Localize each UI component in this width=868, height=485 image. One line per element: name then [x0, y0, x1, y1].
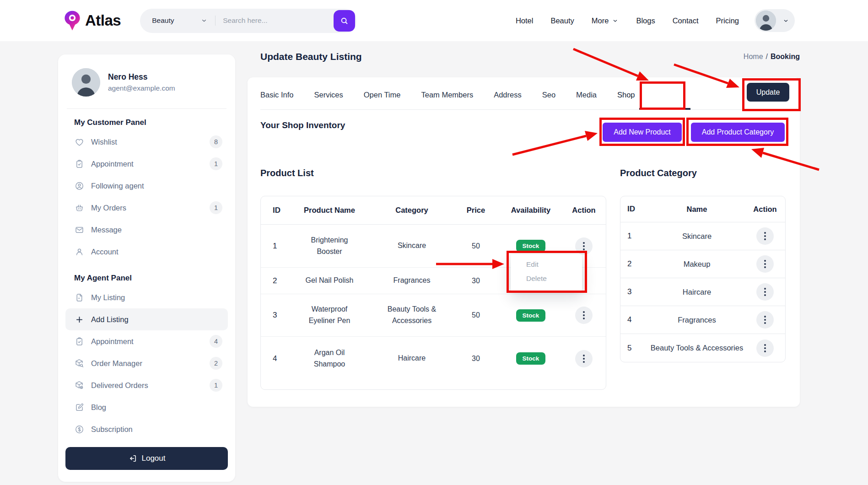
- sidebar-item-subscription[interactable]: Subscription: [65, 418, 228, 440]
- main-title-row: Update Beauty Listing Home/Booking: [260, 51, 800, 62]
- cell-price: 50: [453, 311, 499, 319]
- table-row-category-2: 2Makeup: [620, 250, 785, 278]
- breadcrumb-home[interactable]: Home: [744, 53, 763, 60]
- brand-name: Atlas: [85, 12, 121, 29]
- sidebar-item-following-agent[interactable]: Following agent: [65, 175, 228, 197]
- cell-action: [746, 227, 784, 245]
- update-button[interactable]: Update: [747, 83, 789, 102]
- sidebar-item-my-orders[interactable]: My Orders1: [65, 197, 228, 219]
- sidebar-item-label: My Listing: [91, 293, 125, 302]
- row-actions-button[interactable]: [756, 311, 774, 329]
- search-category-value: Beauty: [152, 16, 174, 25]
- product-category-title: Product Category: [620, 168, 697, 178]
- search-divider: [215, 16, 216, 26]
- row-actions-button[interactable]: [575, 307, 593, 324]
- nav-link-label: Beauty: [550, 16, 574, 25]
- chevron-down-icon: [200, 17, 208, 24]
- sidebar-item-message[interactable]: Message: [65, 219, 228, 241]
- envelope-icon: [74, 225, 84, 235]
- product-list-title: Product List: [260, 168, 314, 178]
- context-menu-item-edit[interactable]: Edit: [526, 260, 582, 269]
- user-icon: [74, 247, 84, 257]
- sidebar: Nero Hess agent@example.com My Customer …: [58, 54, 235, 482]
- product-name-text: Argan Oil Shampoo: [300, 347, 359, 370]
- cell-category-name: Makeup: [648, 260, 746, 269]
- search-category-select[interactable]: Beauty: [140, 16, 215, 25]
- nav-link-label: Blogs: [636, 16, 655, 25]
- nav-link-hotel[interactable]: Hotel: [516, 16, 534, 25]
- sidebar-item-label: Appointment: [91, 337, 134, 346]
- row-actions-button[interactable]: [756, 340, 774, 357]
- sidebar-item-wishlist[interactable]: Wishlist8: [65, 131, 228, 153]
- tab-shop[interactable]: Shop: [617, 91, 635, 99]
- sidebar-item-label: Message: [91, 226, 122, 234]
- add-new-product-button[interactable]: Add New Product: [603, 123, 682, 142]
- tab-seo[interactable]: Seo: [542, 91, 555, 99]
- cell-category-name: Skincare: [648, 232, 746, 241]
- logout-button[interactable]: Logout: [65, 447, 228, 470]
- cell-product-name: Gel Nail Polish: [288, 275, 371, 286]
- tab-team-members[interactable]: Team Members: [421, 91, 473, 99]
- sidebar-item-account[interactable]: Account: [65, 241, 228, 263]
- nav-link-more[interactable]: More: [592, 16, 619, 25]
- sidebar-item-order-manager[interactable]: Order Manager2: [65, 352, 228, 374]
- row-actions-button[interactable]: [575, 350, 593, 367]
- tab-open-time[interactable]: Open Time: [364, 91, 401, 99]
- breadcrumb-current: Booking: [771, 53, 800, 60]
- product-name-text: Waterproof Eyeliner Pen: [300, 304, 359, 327]
- sidebar-item-label: Delivered Orders: [91, 381, 148, 390]
- search-button[interactable]: [334, 10, 355, 32]
- count-badge: 2: [210, 357, 222, 370]
- cell-action: [563, 350, 605, 367]
- tab-basic-info[interactable]: Basic Info: [260, 91, 293, 99]
- document-icon: [74, 293, 84, 302]
- avatar: [756, 11, 776, 31]
- sidebar-item-label: Wishlist: [91, 138, 117, 146]
- cell-category: Fragrances: [371, 275, 453, 286]
- cell-category-name: Beauty Tools & Accessories: [648, 344, 746, 352]
- add-product-category-button[interactable]: Add Product Category: [691, 123, 785, 142]
- tab-services[interactable]: Services: [314, 91, 343, 99]
- user-name: Nero Hess: [108, 72, 175, 82]
- product-name-text: Gel Nail Polish: [306, 275, 354, 286]
- sidebar-item-my-listing[interactable]: My Listing: [65, 286, 228, 308]
- cell-availability: Stock: [499, 309, 563, 322]
- nav-link-label: Contact: [673, 16, 699, 25]
- plus-icon: [74, 315, 84, 324]
- cell-id: 4: [620, 315, 648, 324]
- stock-badge: Stock: [516, 240, 546, 252]
- nav-link-beauty[interactable]: Beauty: [550, 16, 574, 25]
- cell-availability: Stock: [499, 352, 563, 365]
- sidebar-item-label: Add Listing: [91, 315, 129, 324]
- nav-link-blogs[interactable]: Blogs: [636, 16, 655, 25]
- page-title: Update Beauty Listing: [260, 51, 362, 62]
- user-menu[interactable]: [755, 9, 795, 32]
- row-actions-button[interactable]: [756, 227, 774, 245]
- context-menu-item-delete[interactable]: Delete: [526, 275, 582, 283]
- category-text: Beauty Tools & Accessories: [377, 304, 447, 327]
- nav-link-pricing[interactable]: Pricing: [716, 16, 739, 25]
- sidebar-item-delivered-orders[interactable]: Delivered Orders1: [65, 374, 228, 396]
- brand-logo[interactable]: Atlas: [64, 10, 121, 31]
- sidebar-item-label: My Orders: [91, 204, 126, 212]
- nav-link-contact[interactable]: Contact: [673, 16, 699, 25]
- row-context-menu: EditDelete: [511, 254, 582, 291]
- sidebar-item-appointment[interactable]: Appointment1: [65, 153, 228, 175]
- row-actions-button[interactable]: [575, 237, 593, 255]
- sidebar-item-appointment[interactable]: Appointment4: [65, 330, 228, 352]
- column-header-availability: Availability: [499, 206, 563, 215]
- cell-action: [746, 311, 784, 329]
- row-actions-button[interactable]: [756, 283, 774, 301]
- avatar: [72, 68, 100, 97]
- clipboard-check-icon: [74, 159, 84, 169]
- sidebar-item-add-listing[interactable]: Add Listing: [65, 308, 228, 330]
- active-tab-indicator: [639, 108, 690, 110]
- cell-category: Beauty Tools & Accessories: [371, 304, 453, 327]
- cell-id: 4: [261, 354, 288, 363]
- shop-inventory-heading: Your Shop Inventory: [260, 120, 345, 130]
- sidebar-item-blog[interactable]: Blog: [65, 396, 228, 418]
- row-actions-button[interactable]: [756, 255, 774, 273]
- tab-address[interactable]: Address: [494, 91, 522, 99]
- table-row-category-4: 4Fragrances: [620, 306, 785, 334]
- tab-media[interactable]: Media: [576, 91, 597, 99]
